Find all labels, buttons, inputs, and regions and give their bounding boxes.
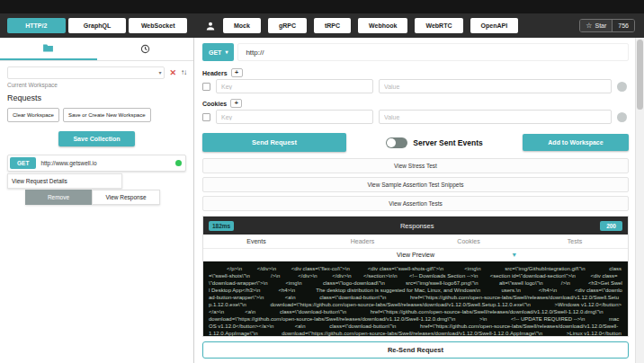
response-tab[interactable]: Events bbox=[203, 235, 309, 248]
cookie-key-input[interactable] bbox=[216, 110, 373, 124]
workspace-buttons: Clear Workspace Save or Create New Works… bbox=[0, 105, 193, 125]
add-to-workspace-button[interactable]: Add to Workspace bbox=[523, 134, 629, 151]
method-label: GET bbox=[209, 49, 221, 56]
api-tabs: MockgRPCtRPCWebhookWebRTCOpenAPI bbox=[223, 18, 518, 33]
view-preview-label: View Preview bbox=[397, 252, 434, 258]
cookie-row-action-circle[interactable] bbox=[617, 112, 627, 122]
subnav-history-tab[interactable] bbox=[97, 38, 194, 60]
view-snippets-button[interactable]: View Sample Assertion Test Snippets bbox=[202, 177, 629, 192]
api-tab[interactable]: tRPC bbox=[314, 18, 351, 33]
folder-icon bbox=[42, 43, 54, 53]
protocol-tab[interactable]: HTTP/2 bbox=[7, 18, 66, 33]
response-body-text: class=\"download-button\"\n href=\"https… bbox=[255, 309, 603, 314]
protocol-tab[interactable]: GraphQL bbox=[68, 18, 127, 33]
request-method-badge: GET bbox=[10, 157, 36, 169]
send-request-button[interactable]: Send Request bbox=[202, 133, 346, 152]
response-tab[interactable]: Tests bbox=[522, 235, 628, 248]
clear-workspace-button[interactable]: Clear Workspace bbox=[7, 108, 59, 122]
cookie-checkbox[interactable] bbox=[202, 113, 210, 121]
status-code-badge: 200 bbox=[600, 221, 622, 231]
chevron-down-icon: ▼ bbox=[511, 252, 517, 258]
view-request-details-button[interactable]: View Request Details bbox=[7, 173, 122, 189]
clear-selection-icon[interactable]: ✕ bbox=[169, 69, 176, 77]
sse-toggle-group: Server Sent Events bbox=[386, 137, 482, 148]
view-stress-test-button[interactable]: View Stress Test bbox=[202, 158, 629, 173]
vertical-scrollbar[interactable] bbox=[635, 38, 644, 363]
requests-heading: Requests bbox=[0, 88, 193, 105]
star-icon: ☆ bbox=[586, 22, 592, 30]
star-count[interactable]: 756 bbox=[612, 20, 634, 31]
api-tab[interactable]: Mock bbox=[223, 18, 261, 33]
view-response-button[interactable]: View Response bbox=[92, 190, 160, 205]
header-value-input[interactable] bbox=[379, 79, 612, 93]
latency-badge: 182ms bbox=[209, 221, 234, 231]
response-tabs: EventsHeadersCookiesTests bbox=[203, 235, 628, 249]
scrollbar-thumb[interactable] bbox=[637, 40, 643, 110]
response-body-text: download=\"https://github.com/open-sourc… bbox=[209, 331, 622, 336]
headers-section-label: Headers + bbox=[202, 68, 629, 77]
method-dropdown[interactable]: GET ▾ bbox=[202, 43, 234, 61]
window-titlebar bbox=[0, 0, 644, 13]
api-tab[interactable]: Webhook bbox=[358, 18, 407, 33]
cookie-input-row bbox=[202, 110, 627, 124]
sse-label: Server Sent Events bbox=[413, 138, 482, 147]
github-star-widget[interactable]: ☆ Star 756 bbox=[579, 19, 635, 32]
workspace-sidebar: ▾ ✕ ↑↓ Current Workspace Requests Clear … bbox=[0, 38, 194, 363]
response-tab[interactable]: Cookies bbox=[416, 235, 522, 248]
cookie-value-input[interactable] bbox=[379, 110, 612, 124]
url-composer-row: GET ▾ bbox=[202, 42, 629, 62]
url-input[interactable] bbox=[237, 43, 629, 61]
main-content: ▾ ✕ ↑↓ Current Workspace Requests Clear … bbox=[0, 38, 644, 363]
request-url: http://www.getswell.io bbox=[39, 158, 173, 168]
composer-action-row: Send Request Server Sent Events Add to W… bbox=[202, 133, 629, 152]
chevron-down-icon: ▾ bbox=[158, 70, 161, 75]
header-input-row bbox=[202, 79, 627, 93]
response-panel: 182ms Responses 200 EventsHeadersCookies… bbox=[202, 216, 629, 337]
clock-icon bbox=[140, 44, 150, 54]
header-row-action-circle[interactable] bbox=[617, 82, 627, 92]
response-header: 182ms Responses 200 bbox=[203, 217, 628, 235]
view-preview-button[interactable]: View Preview ▼ bbox=[203, 249, 628, 261]
protocol-tabs: HTTP/2GraphQLWebSocket bbox=[0, 18, 194, 33]
header-checkbox[interactable] bbox=[202, 83, 210, 91]
save-workspace-button[interactable]: Save or Create New Workspace bbox=[63, 108, 151, 122]
request-actions: Remove View Response bbox=[25, 190, 160, 205]
protocol-tab[interactable]: WebSocket bbox=[129, 18, 187, 33]
sidebar-subnav bbox=[0, 38, 193, 61]
current-workspace-label: Current Workspace bbox=[0, 79, 193, 88]
view-assertion-tests-button[interactable]: View Assertion Tests bbox=[202, 196, 629, 211]
add-cookie-button[interactable]: + bbox=[230, 99, 242, 108]
cookies-label: Cookies bbox=[202, 101, 227, 107]
sse-toggle[interactable] bbox=[386, 137, 407, 148]
top-tab-bar: HTTP/2GraphQLWebSocket MockgRPCtRPCWebho… bbox=[0, 13, 644, 38]
api-tab[interactable]: WebRTC bbox=[415, 18, 462, 33]
response-tab[interactable]: Headers bbox=[309, 235, 416, 248]
github-star-button[interactable]: ☆ Star bbox=[580, 20, 612, 31]
request-list-item[interactable]: GET http://www.getswell.io bbox=[7, 155, 186, 172]
save-collection-button[interactable]: Save Collection bbox=[58, 131, 134, 146]
remove-request-button[interactable]: Remove bbox=[25, 190, 92, 205]
app-window: HTTP/2GraphQLWebSocket MockgRPCtRPCWebho… bbox=[0, 0, 644, 363]
star-label: Star bbox=[595, 22, 606, 29]
request-status-dot bbox=[175, 160, 182, 166]
subnav-workspaces-tab[interactable] bbox=[0, 38, 97, 60]
api-tab[interactable]: gRPC bbox=[268, 18, 307, 33]
api-tab[interactable]: OpenAPI bbox=[470, 18, 519, 33]
api-type-bar: MockgRPCtRPCWebhookWebRTCOpenAPI ☆ Star … bbox=[194, 18, 644, 33]
sse-toggle-knob bbox=[387, 138, 396, 147]
headers-label: Headers bbox=[202, 70, 228, 76]
responses-title: Responses bbox=[234, 222, 600, 230]
workspace-select[interactable]: ▾ bbox=[7, 66, 165, 79]
resend-request-button[interactable]: Re-Send Request bbox=[202, 341, 629, 359]
request-composer-panel: GET ▾ Headers + Cookies + bbox=[194, 38, 635, 363]
user-icon bbox=[205, 21, 216, 31]
add-header-button[interactable]: + bbox=[231, 68, 243, 77]
response-body-viewer[interactable]: </p>\n </div>\n <div class=\"flex-col\">… bbox=[203, 261, 628, 336]
chevron-down-icon: ▾ bbox=[225, 49, 228, 55]
sort-icon[interactable]: ↑↓ bbox=[181, 69, 186, 76]
workspace-select-row: ▾ ✕ ↑↓ bbox=[0, 61, 193, 79]
header-key-input[interactable] bbox=[216, 79, 373, 93]
cookies-section-label: Cookies + bbox=[202, 99, 629, 108]
